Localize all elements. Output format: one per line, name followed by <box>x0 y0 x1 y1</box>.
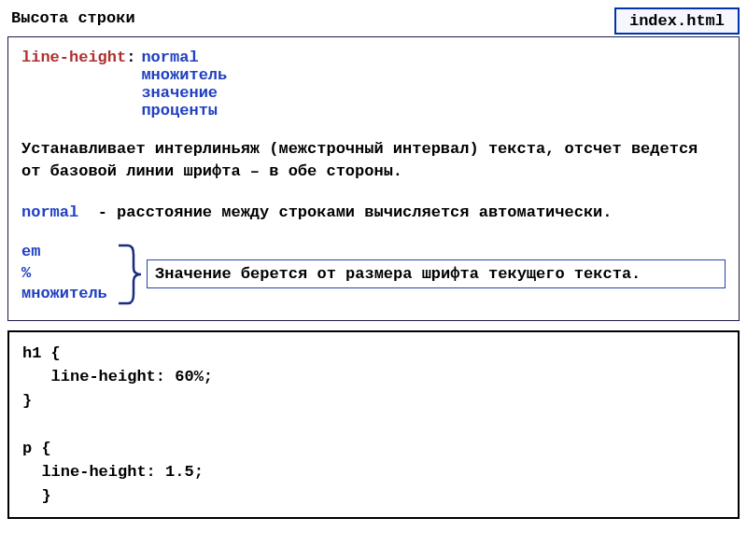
bracket-key: % <box>21 263 115 285</box>
syntax-value: множитель <box>141 66 227 84</box>
header-row: Высота строки index.html <box>7 7 740 35</box>
syntax-block: line-height: normal множитель значение п… <box>21 49 726 119</box>
bracket-key: множитель <box>21 284 115 305</box>
bracket-keys: em % множитель <box>21 242 115 307</box>
bracket-description: Значение берется от размера шрифта текущ… <box>147 259 726 289</box>
normal-definition: normal - расстояние между строками вычис… <box>21 203 726 221</box>
syntax-value: normal <box>141 49 227 66</box>
description-text: Устанавливает интерлиньяж (межстрочный и… <box>21 138 726 183</box>
property-name: line-height <box>21 49 126 66</box>
bracket-key: em <box>21 242 115 263</box>
right-bracket-icon <box>115 242 147 307</box>
syntax-value: проценты <box>141 102 227 119</box>
keyword-normal: normal <box>21 203 78 221</box>
normal-desc: - расстояние между строками вычисляется … <box>98 203 613 221</box>
page-title: Высота строки <box>7 7 139 29</box>
syntax-value: значение <box>141 84 227 102</box>
filename-badge: index.html <box>614 7 740 35</box>
bracket-block: em % множитель Значение берется от разме… <box>21 242 726 307</box>
code-example: h1 { line-height: 60%; } p { line-height… <box>7 330 740 520</box>
syntax-values: normal множитель значение проценты <box>141 49 227 119</box>
code-text: h1 { line-height: 60%; } p { line-height… <box>22 342 725 509</box>
main-panel: line-height: normal множитель значение п… <box>7 36 740 321</box>
